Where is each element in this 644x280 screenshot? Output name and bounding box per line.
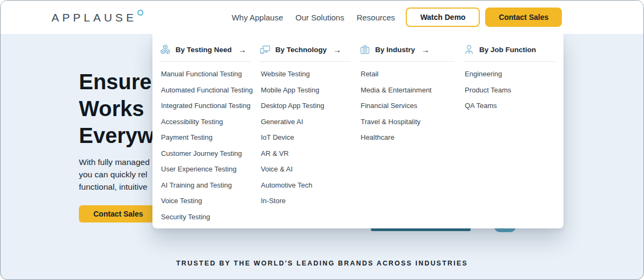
menu-item[interactable]: Retail [361,66,455,82]
briefcase-icon [359,44,371,55]
hero-headline: Ensure Works Everyw [79,68,154,149]
nav-link-why-applause[interactable]: Why Applause [230,10,286,25]
hero-headline-line: Ensure [79,68,154,95]
menu-item[interactable]: Accessibility Testing [161,114,251,130]
menu-item[interactable]: Financial Services [361,98,455,114]
hero-paragraph-line: you can quickly rel [79,168,150,181]
devices-icon [259,44,271,55]
menu-item[interactable]: Product Teams [465,82,555,98]
menu-column-title: By Technology [275,46,327,54]
hero-headline-line: Everyw [79,122,154,149]
menu-item[interactable]: Payment Testing [161,130,251,146]
cubes-icon [159,44,171,55]
menu-item[interactable]: Automated Functional Testing [161,82,251,98]
menu-column-by-technology: By Technology → Website TestingMobile Ap… [259,44,359,228]
menu-item[interactable]: Voice & AI [261,161,350,177]
person-icon [463,44,475,55]
menu-item[interactable]: AR & VR [261,146,350,162]
trusted-brands-heading: TRUSTED BY THE WORLD'S LEADING BRANDS AC… [1,260,643,267]
menu-item[interactable]: Customer Journey Testing [161,146,251,162]
menu-item[interactable]: Healthcare [361,130,455,146]
menu-item[interactable]: Integrated Functional Testing [161,98,251,114]
arrow-right-icon: → [333,46,341,54]
logo-text: APPLAUSE [52,12,137,23]
menu-item[interactable]: Voice Testing [161,193,251,209]
menu-item[interactable]: Automotive Tech [261,177,350,193]
menu-item[interactable]: Security Testing [161,209,251,225]
watch-demo-button[interactable]: Watch Demo [406,8,480,27]
menu-item[interactable]: AI Training and Testing [161,177,251,193]
nav-link-resources[interactable]: Resources [354,10,397,25]
menu-item-list: EngineeringProduct TeamsQA Teams [463,66,555,114]
menu-item[interactable]: User Experience Testing [161,161,251,177]
hero-paragraph-line: functional, intuitive [79,181,150,193]
hero-contact-sales-button[interactable]: Contact Sales [79,205,158,222]
menu-column-header[interactable]: By Job Function [463,44,555,62]
menu-item[interactable]: In-Store [261,193,350,209]
menu-column-header[interactable]: By Industry → [359,44,455,62]
menu-item[interactable]: Mobile App Testing [261,82,350,98]
logo-dot-icon [137,10,143,16]
menu-item[interactable]: IoT Device [261,130,350,146]
menu-item[interactable]: Manual Functional Testing [161,66,251,82]
menu-item[interactable]: Website Testing [261,66,350,82]
applause-logo[interactable]: APPLAUSE [52,12,143,23]
menu-column-by-job-function: By Job Function EngineeringProduct Teams… [463,44,564,228]
menu-column-title: By Job Function [479,46,536,54]
menu-item[interactable]: Travel & Hospitality [361,114,455,130]
menu-item[interactable]: Desktop App Testing [261,98,350,114]
hero-paragraph-line: With fully managed [79,156,150,168]
solutions-mega-menu: By Testing Need → Manual Functional Test… [152,34,564,228]
contact-sales-button[interactable]: Contact Sales [485,8,562,27]
menu-column-header[interactable]: By Technology → [259,44,350,62]
menu-column-header[interactable]: By Testing Need → [159,44,251,62]
menu-item[interactable]: Generative AI [261,114,350,130]
menu-column-by-testing-need: By Testing Need → Manual Functional Test… [159,44,259,228]
menu-item-list: Website TestingMobile App TestingDesktop… [259,66,350,209]
hero-paragraph: With fully managed you can quickly rel f… [79,156,150,193]
menu-item[interactable]: Media & Entertainment [361,82,455,98]
menu-column-by-industry: By Industry → RetailMedia & Entertainmen… [359,44,463,228]
arrow-right-icon: → [238,46,246,54]
arrow-right-icon: → [421,46,429,54]
menu-item[interactable]: QA Teams [465,98,555,114]
menu-item[interactable]: Engineering [465,66,555,82]
top-navbar: APPLAUSE Why Applause Our Solutions Reso… [1,1,643,34]
browser-viewport: APPLAUSE Why Applause Our Solutions Reso… [0,0,644,280]
nav-links: Why Applause Our Solutions Resources [230,10,397,25]
menu-item-list: Manual Functional TestingAutomated Funct… [159,66,251,225]
menu-column-title: By Industry [375,46,415,54]
menu-column-title: By Testing Need [175,46,232,54]
nav-link-our-solutions[interactable]: Our Solutions [294,10,347,25]
menu-item-list: RetailMedia & EntertainmentFinancial Ser… [359,66,455,146]
hero-headline-line: Works [79,95,154,122]
